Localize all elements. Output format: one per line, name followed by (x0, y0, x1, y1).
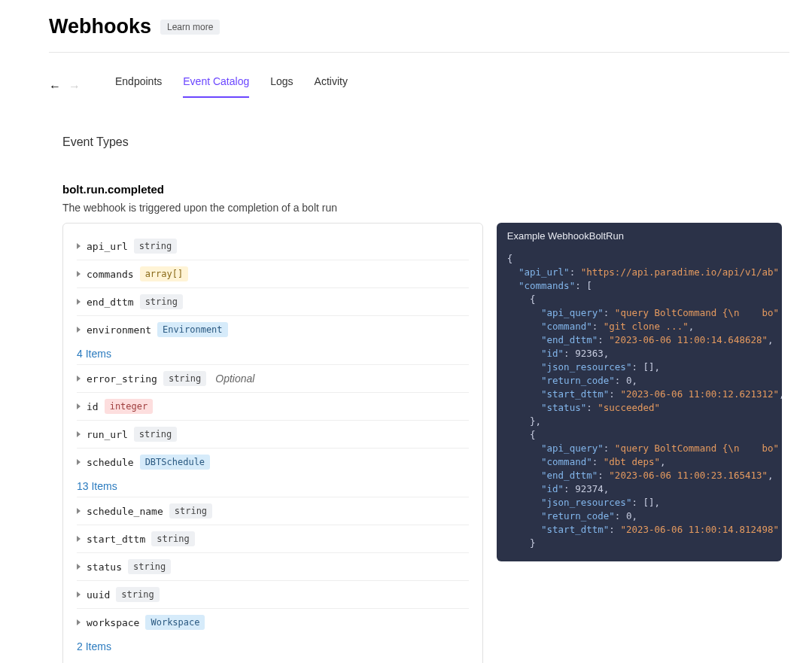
type-pill: string (169, 503, 212, 519)
field-schedule[interactable]: schedule DBTSchedule (77, 449, 469, 476)
field-error-string[interactable]: error_string string Optional (77, 364, 469, 393)
type-pill: string (134, 427, 177, 442)
field-run-url[interactable]: run_url string (77, 421, 469, 449)
field-id[interactable]: id integer (77, 393, 469, 421)
field-api-url[interactable]: api_url string (77, 233, 469, 260)
field-start-dttm[interactable]: start_dttm string (77, 525, 469, 553)
type-pill: DBTSchedule (140, 455, 210, 470)
type-pill: string (128, 559, 171, 574)
expand-icon (77, 271, 81, 277)
field-label: start_dttm (87, 534, 145, 545)
field-label: run_url (87, 429, 128, 440)
type-pill: array[] (140, 266, 189, 281)
field-environment[interactable]: environment Environment (77, 316, 469, 343)
field-label: uuid (87, 589, 110, 601)
type-pill: string (116, 587, 159, 602)
expand-icon (77, 459, 81, 465)
items-count-link[interactable]: 4 Items (77, 343, 469, 364)
type-pill: string (134, 239, 177, 254)
forward-arrow-icon: → (68, 80, 81, 93)
example-title: Example WebhookBoltRun (497, 223, 782, 248)
back-arrow-icon[interactable]: ← (49, 80, 61, 93)
learn-more-button[interactable]: Learn more (160, 20, 220, 35)
schema-box: api_url string commands array[] end_dttm… (62, 223, 483, 663)
type-pill: string (140, 294, 183, 309)
expand-icon (77, 508, 81, 514)
type-pill: string (163, 371, 206, 386)
tab-logs[interactable]: Logs (270, 75, 293, 98)
example-box: Example WebhookBoltRun { "api_url": "htt… (497, 223, 782, 561)
event-name: bolt.run.completed (62, 183, 789, 196)
field-label: commands (87, 269, 134, 280)
expand-icon (77, 327, 81, 333)
tab-activity[interactable]: Activity (315, 75, 348, 98)
tab-endpoints[interactable]: Endpoints (115, 75, 162, 98)
field-uuid[interactable]: uuid string (77, 581, 469, 609)
field-workspace[interactable]: workspace Workspace (77, 609, 469, 636)
field-commands[interactable]: commands array[] (77, 260, 469, 288)
type-pill: Environment (157, 322, 227, 337)
field-label: id (87, 401, 99, 412)
field-status[interactable]: status string (77, 553, 469, 581)
field-label: environment (87, 324, 151, 336)
type-pill: integer (105, 399, 154, 414)
expand-icon (77, 376, 81, 382)
field-label: workspace (87, 617, 139, 628)
items-count-link[interactable]: 13 Items (77, 476, 469, 497)
field-label: schedule_name (87, 506, 163, 517)
field-label: status (87, 561, 122, 573)
expand-icon (77, 564, 81, 570)
type-pill: string (151, 531, 194, 546)
event-description: The webhook is triggered upon the comple… (62, 202, 789, 214)
page-title: Webhooks (49, 15, 151, 38)
expand-icon (77, 299, 81, 305)
expand-icon (77, 592, 81, 598)
expand-icon (77, 536, 81, 542)
section-heading: Event Types (62, 135, 789, 149)
optional-label: Optional (215, 373, 254, 385)
field-schedule-name[interactable]: schedule_name string (77, 497, 469, 525)
field-label: api_url (87, 241, 128, 252)
field-label: schedule (87, 457, 134, 468)
type-pill: Workspace (145, 615, 205, 630)
expand-icon (77, 403, 81, 409)
items-count-link[interactable]: 2 Items (77, 636, 469, 657)
expand-icon (77, 619, 81, 625)
field-label: error_string (87, 373, 157, 385)
expand-icon (77, 243, 81, 249)
field-end-dttm[interactable]: end_dttm string (77, 288, 469, 316)
tab-event-catalog[interactable]: Event Catalog (183, 75, 249, 98)
example-code[interactable]: { "api_url": "https://api.paradime.io/ap… (497, 248, 782, 561)
field-label: end_dttm (87, 297, 134, 308)
expand-icon (77, 431, 81, 437)
